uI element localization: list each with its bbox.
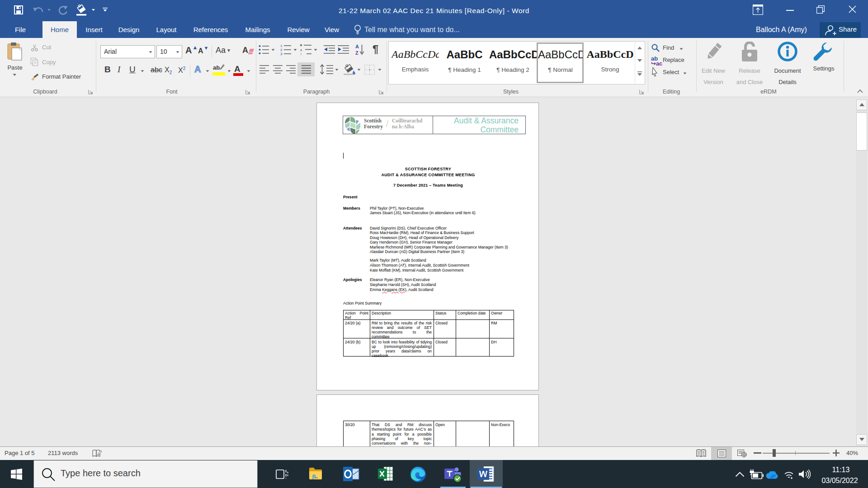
svg-text:1: 1 bbox=[280, 44, 283, 48]
svg-text:a: a bbox=[300, 48, 302, 52]
svg-text:A: A bbox=[355, 44, 359, 49]
svg-text:2: 2 bbox=[280, 48, 283, 52]
svg-text:Z: Z bbox=[355, 50, 359, 55]
svg-text:3: 3 bbox=[280, 52, 283, 55]
svg-text:i: i bbox=[301, 52, 302, 55]
